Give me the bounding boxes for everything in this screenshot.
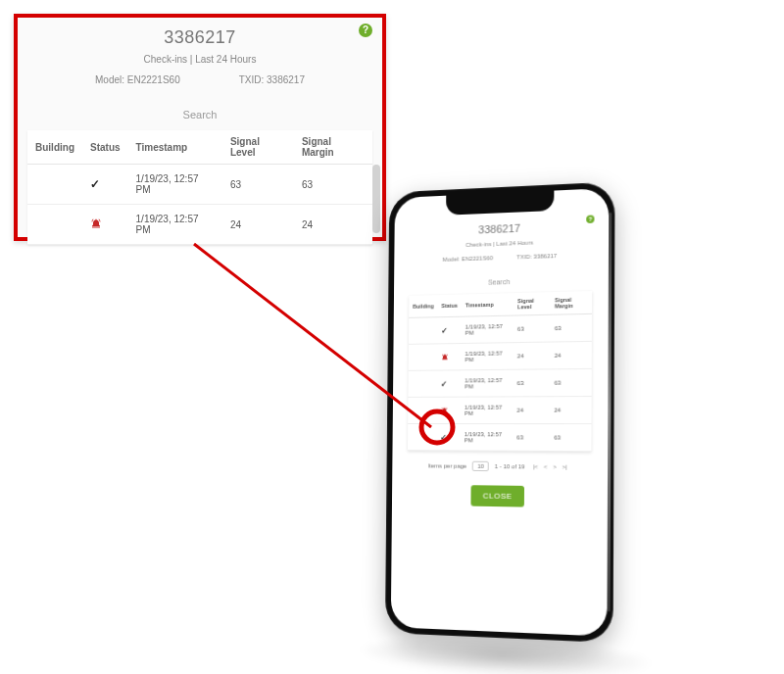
col-signal-level[interactable]: Signal Level [514, 292, 551, 315]
phone-mockup: ? 3386217 Check-ins | Last 24 Hours Mode… [385, 180, 636, 664]
next-page-icon[interactable]: > [553, 463, 557, 469]
cell-signal-level: 63 [514, 314, 551, 342]
col-signal-margin[interactable]: Signal Margin [294, 130, 372, 165]
table-paginator[interactable]: Items per page 10 1 - 10 of 19 |< < > >| [408, 460, 592, 472]
check-icon [90, 179, 100, 190]
last-page-icon[interactable]: >| [563, 464, 567, 470]
cell-signal-margin: 24 [551, 341, 592, 368]
col-building[interactable]: Building [27, 130, 82, 165]
device-id-title: 3386217 [410, 219, 592, 238]
items-per-page-select[interactable]: 10 [472, 461, 489, 471]
cell-signal-margin: 63 [550, 368, 591, 396]
cell-signal-level: 24 [513, 397, 550, 424]
txid-field: TXID: 3386217 [239, 74, 305, 85]
cell-timestamp: 1/19/23, 12:57 PM [461, 424, 514, 452]
table-row[interactable]: 1/19/23, 12:57 PM2424 [408, 396, 591, 423]
cell-timestamp: 1/19/23, 12:57 PM [128, 165, 222, 205]
cell-timestamp: 1/19/23, 12:57 PM [461, 369, 514, 397]
cell-signal-margin: 24 [294, 205, 372, 245]
alarm-icon [441, 353, 458, 361]
cell-signal-margin: 63 [550, 424, 591, 452]
table-row[interactable]: 1/19/23, 12:57 PM6363 [27, 165, 372, 205]
cell-signal-margin: 63 [551, 313, 592, 342]
items-per-page-label: Items per page [428, 462, 467, 468]
alarm-icon [440, 407, 457, 414]
model-field: Model: EN2221S60 [443, 255, 494, 263]
cell-signal-level: 63 [514, 369, 551, 397]
check-icon [441, 381, 448, 387]
subtitle: Check-ins | Last 24 Hours [27, 54, 372, 65]
col-status[interactable]: Status [437, 295, 462, 317]
table-row[interactable]: 1/19/23, 12:57 PM2424 [409, 341, 592, 370]
col-signal-level[interactable]: Signal Level [222, 130, 294, 165]
txid-field: TXID: 3386217 [516, 253, 557, 261]
prev-page-icon[interactable]: < [544, 463, 548, 469]
model-field: Model: EN2221S60 [95, 74, 180, 85]
table-row[interactable]: 1/19/23, 12:57 PM6363 [408, 368, 591, 397]
col-timestamp[interactable]: Timestamp [128, 130, 222, 165]
col-status[interactable]: Status [82, 130, 128, 165]
alarm-icon [90, 217, 102, 229]
table-row[interactable]: 1/19/23, 12:57 PM6363 [408, 424, 591, 452]
search-input[interactable]: Search [27, 109, 372, 120]
close-button[interactable]: CLOSE [471, 485, 524, 506]
search-input[interactable]: Search [409, 276, 592, 288]
scrollbar[interactable] [372, 165, 380, 233]
zoom-callout-panel: ? 3386217 Check-ins | Last 24 Hours Mode… [14, 14, 386, 241]
cell-timestamp: 1/19/23, 12:57 PM [461, 397, 514, 424]
cell-signal-level: 63 [222, 165, 294, 205]
cell-signal-level: 63 [513, 424, 550, 452]
col-signal-margin[interactable]: Signal Margin [551, 291, 592, 314]
cell-signal-margin: 63 [294, 165, 372, 205]
table-row[interactable]: 1/19/23, 12:57 PM2424 [27, 205, 372, 245]
cell-timestamp: 1/19/23, 12:57 PM [128, 205, 222, 245]
help-icon[interactable]: ? [359, 24, 372, 37]
check-icon [441, 328, 448, 334]
col-timestamp[interactable]: Timestamp [462, 293, 514, 316]
help-icon[interactable]: ? [586, 215, 594, 223]
cell-signal-margin: 24 [550, 396, 591, 423]
cell-signal-level: 24 [222, 205, 294, 245]
subtitle: Check-ins | Last 24 Hours [410, 237, 593, 250]
cell-signal-level: 24 [514, 342, 551, 369]
cell-timestamp: 1/19/23, 12:57 PM [461, 343, 513, 370]
page-range: 1 - 10 of 19 [495, 463, 525, 469]
checkins-table: Building Status Timestamp Signal Level S… [27, 130, 372, 245]
table-header-row: Building Status Timestamp Signal Level S… [27, 130, 372, 165]
first-page-icon[interactable]: |< [533, 463, 538, 469]
col-building[interactable]: Building [409, 295, 437, 317]
checkins-table: Building Status Timestamp Signal Level S… [408, 291, 592, 452]
device-id-title: 3386217 [27, 27, 372, 48]
cell-timestamp: 1/19/23, 12:57 PM [462, 315, 514, 343]
check-icon [440, 435, 447, 441]
table-row[interactable]: 1/19/23, 12:57 PM6363 [409, 313, 592, 344]
